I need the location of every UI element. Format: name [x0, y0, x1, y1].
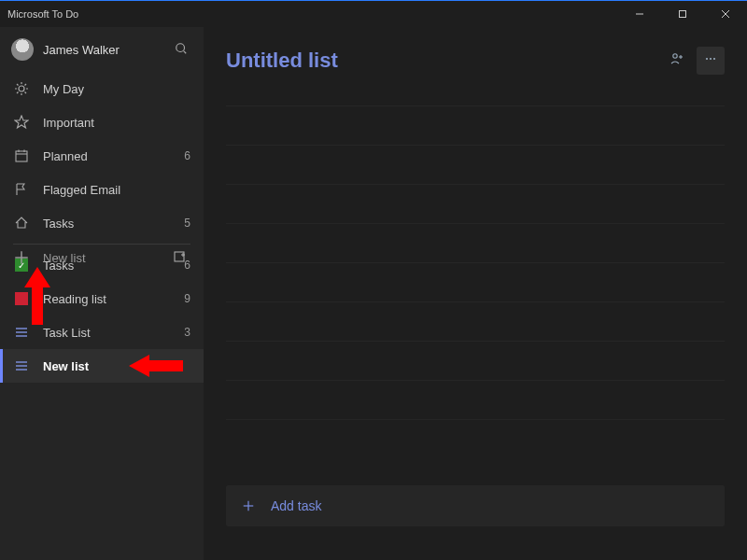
close-button[interactable] — [704, 1, 747, 27]
sidebar: James Walker My Day — [0, 27, 204, 560]
book-icon — [13, 290, 30, 307]
sidebar-item-label: Reading list — [43, 292, 176, 306]
list-icon — [13, 357, 30, 374]
list-icon — [13, 324, 30, 341]
more-icon — [703, 51, 718, 70]
svg-point-38 — [713, 58, 715, 60]
sidebar-item-important[interactable]: Important — [0, 105, 204, 139]
svg-point-33 — [673, 54, 677, 58]
list-title[interactable]: Untitled list — [226, 49, 657, 73]
svg-line-11 — [17, 84, 19, 86]
sidebar-item-planned[interactable]: Planned 6 — [0, 139, 204, 173]
svg-marker-15 — [15, 116, 28, 128]
new-list-label: New list — [43, 251, 168, 265]
minimize-button[interactable] — [618, 1, 661, 27]
avatar — [11, 38, 34, 61]
search-button[interactable] — [170, 38, 192, 61]
sun-icon — [13, 80, 30, 97]
plus-icon — [13, 249, 30, 266]
titlebar: Microsoft To Do — [0, 1, 747, 27]
person-add-icon — [669, 51, 684, 70]
sidebar-item-tasklist[interactable]: Task List 3 — [0, 315, 204, 349]
svg-line-14 — [25, 84, 27, 86]
svg-line-13 — [17, 92, 19, 94]
content-header: Untitled list — [226, 27, 725, 94]
app-window: Microsoft To Do James Walker — [0, 0, 747, 560]
search-icon — [175, 42, 188, 58]
plus-icon — [241, 498, 256, 513]
sidebar-item-label: Tasks — [43, 217, 176, 231]
sidebar-item-tasks[interactable]: Tasks 5 — [0, 206, 204, 240]
app-title: Microsoft To Do — [7, 8, 78, 20]
svg-line-12 — [25, 92, 27, 94]
flag-icon — [13, 181, 30, 198]
create-group-button[interactable] — [168, 249, 190, 267]
star-icon — [13, 114, 30, 131]
sidebar-item-label: Flagged Email — [43, 183, 183, 197]
smart-lists: My Day Important Planned 6 — [0, 72, 204, 240]
main-area: James Walker My Day — [0, 27, 747, 560]
svg-point-36 — [706, 58, 708, 60]
add-task-label: Add task — [271, 498, 321, 513]
share-button[interactable] — [663, 47, 691, 75]
user-row[interactable]: James Walker — [0, 27, 204, 72]
list-options-button[interactable] — [697, 47, 725, 75]
sidebar-item-label: Planned — [43, 149, 176, 163]
calendar-icon — [13, 147, 30, 164]
new-list-button[interactable]: New list — [0, 239, 204, 276]
svg-rect-1 — [680, 11, 686, 18]
sidebar-item-count: 5 — [184, 217, 190, 230]
user-name: James Walker — [43, 43, 170, 57]
sidebar-item-newlist[interactable]: New list — [0, 349, 204, 383]
group-icon — [172, 249, 187, 267]
svg-point-4 — [176, 43, 185, 51]
sidebar-item-count: 3 — [184, 326, 190, 339]
sidebar-item-reading[interactable]: Reading list 9 — [0, 282, 204, 315]
home-icon — [13, 215, 30, 231]
sidebar-item-label: My Day — [43, 82, 183, 96]
add-task-input[interactable]: Add task — [226, 485, 725, 526]
svg-rect-16 — [16, 151, 27, 161]
sidebar-item-count: 6 — [184, 149, 190, 162]
svg-point-37 — [710, 58, 712, 60]
sidebar-item-myday[interactable]: My Day — [0, 72, 204, 105]
maximize-button[interactable] — [661, 1, 704, 27]
sidebar-item-label: Task List — [43, 326, 176, 340]
svg-point-6 — [19, 86, 24, 91]
sidebar-item-label: New list — [43, 359, 183, 373]
svg-line-5 — [184, 50, 187, 53]
sidebar-item-flagged[interactable]: Flagged Email — [0, 173, 204, 206]
sidebar-item-count: 9 — [184, 292, 190, 305]
content-pane: Untitled list — [204, 27, 747, 560]
sidebar-item-label: Important — [43, 116, 183, 130]
